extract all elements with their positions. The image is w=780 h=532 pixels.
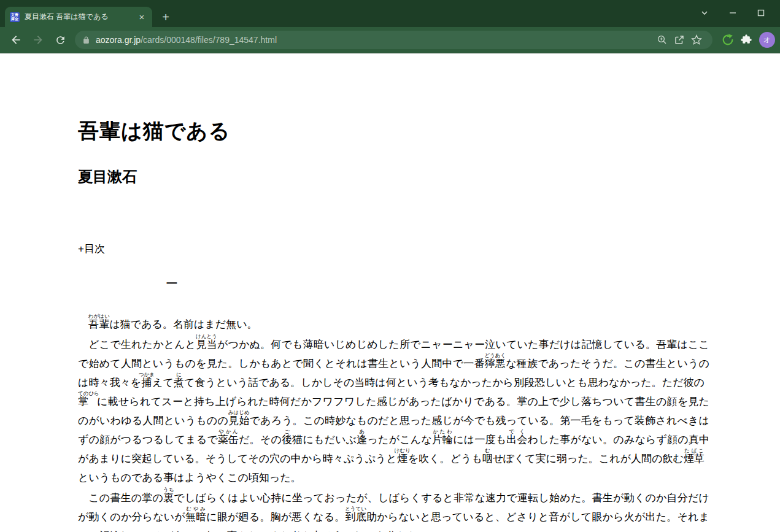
url-path: /cards/000148/files/789_14547.html — [141, 35, 277, 45]
share-icon[interactable] — [671, 31, 688, 48]
extensions-puzzle-icon[interactable] — [737, 31, 755, 49]
maximize-button[interactable] — [747, 4, 775, 22]
ruby-annotated-text: 片輪かたわ — [432, 434, 453, 445]
address-bar[interactable]: aozora.gr.jp/cards/000148/files/789_1454… — [75, 31, 712, 49]
browser-tab[interactable]: 文青 庫空 夏目漱石 吾輩は猫である × — [5, 7, 152, 27]
ruby-annotated-text: 無暗むやみ — [185, 511, 206, 523]
toc-toggle[interactable]: +目次 — [78, 242, 709, 256]
ruby-annotated-text: 逢あ — [357, 434, 367, 445]
lock-icon — [82, 36, 90, 45]
ruby-annotated-text: 出会でく — [506, 434, 527, 445]
tab-search-chevron-icon[interactable] — [690, 4, 719, 22]
favicon-row: 庫空 — [10, 17, 20, 21]
back-button[interactable] — [6, 30, 26, 50]
minimize-button[interactable] — [719, 4, 747, 22]
new-tab-button[interactable]: + — [158, 10, 173, 25]
url-text: aozora.gr.jp/cards/000148/files/789_1454… — [96, 35, 654, 45]
ruby-annotated-text: 掌てのひら — [78, 396, 97, 407]
ruby-annotated-text: 煙けむり — [397, 453, 408, 465]
browser-window: 文青 庫空 夏目漱石 吾輩は猫である × + — [0, 0, 780, 532]
extension-refresh-icon[interactable] — [719, 31, 737, 49]
bookmark-star-icon[interactable] — [688, 31, 705, 48]
page-title: 吾輩は猫である — [78, 117, 709, 145]
web-page: 吾輩は猫である 夏目漱石 +目次 一 吾輩わがはいは猫である。名前はまだ無い。 … — [0, 53, 780, 532]
browser-toolbar: aozora.gr.jp/cards/000148/files/789_1454… — [0, 27, 780, 53]
ruby-annotated-text: 煮に — [174, 377, 184, 388]
tab-title: 夏目漱石 吾輩は猫である — [25, 12, 136, 22]
tab-close-icon[interactable]: × — [136, 12, 147, 23]
author-name: 夏目漱石 — [78, 167, 709, 187]
ruby-annotated-text: 捕つかま — [141, 377, 152, 388]
paragraph: 吾輩わがはいは猫である。名前はまだ無い。 — [78, 314, 709, 334]
forward-button[interactable] — [28, 30, 48, 50]
ruby-annotated-text: 裏うち — [163, 492, 174, 504]
ruby-annotated-text: 薬缶やかん — [218, 434, 239, 445]
ruby-annotated-text: 煙草たばこ — [684, 453, 705, 465]
ruby-annotated-text: 見当けんとう — [196, 339, 217, 350]
aozora-favicon-icon: 文青 庫空 — [10, 12, 20, 22]
ruby-annotated-text: 咽む — [482, 453, 493, 465]
ruby-annotated-text: 到底とうてい — [345, 511, 366, 523]
reload-button[interactable] — [50, 30, 70, 50]
ruby-annotated-text: 獰悪どうあく — [485, 358, 506, 369]
ruby-annotated-text: 吾輩わがはい — [88, 318, 109, 330]
favicon-row: 文青 — [10, 13, 20, 17]
paragraph: どこで生れたかとんと見当けんとうがつかぬ。何でも薄暗いじめじめした所でニャーニャ… — [78, 334, 709, 487]
profile-avatar[interactable]: オ — [759, 32, 775, 48]
url-domain: aozora.gr.jp — [96, 35, 141, 45]
ruby-annotated-text: 見始みはじめ — [228, 415, 249, 426]
tab-strip: 文青 庫空 夏目漱石 吾輩は猫である × + — [0, 0, 780, 27]
zoom-page-icon[interactable] — [654, 31, 671, 48]
toolbar-right: オ — [719, 31, 775, 49]
main-text: 吾輩わがはいは猫である。名前はまだ無い。 どこで生れたかとんと見当けんとうがつか… — [78, 314, 709, 532]
ruby-annotated-text: 後ご — [282, 434, 292, 445]
chapter-heading: 一 — [166, 276, 709, 291]
window-controls — [690, 4, 775, 22]
paragraph: この書生の掌の裏うちでしばらくはよい心持に坐っておったが、しばらくすると非常な速… — [78, 487, 709, 532]
